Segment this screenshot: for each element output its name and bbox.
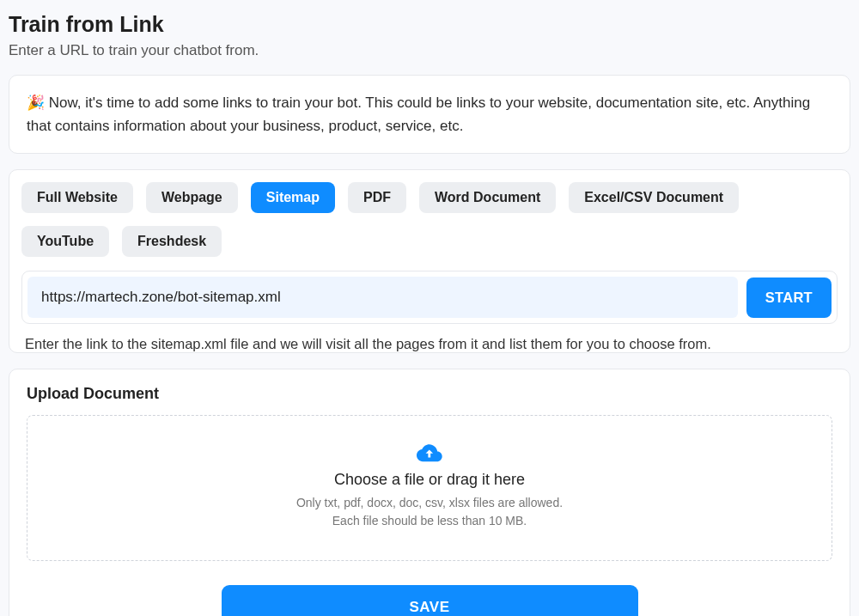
dropzone-title: Choose a file or drag it here [45,471,814,489]
tab-sitemap[interactable]: Sitemap [251,182,335,213]
dropzone-allowed-types: Only txt, pdf, docx, doc, csv, xlsx file… [45,494,814,511]
url-input[interactable] [27,277,738,318]
tab-word-document[interactable]: Word Document [419,182,556,213]
link-source-card: Full Website Webpage Sitemap PDF Word Do… [9,169,850,353]
cloud-upload-icon [45,443,814,464]
upload-dropzone[interactable]: Choose a file or drag it here Only txt, … [27,415,832,561]
dropzone-size-limit: Each file should be less than 10 MB. [45,512,814,529]
tab-full-website[interactable]: Full Website [21,182,133,213]
save-button[interactable]: SAVE [222,585,638,616]
tab-excel-csv-document[interactable]: Excel/CSV Document [569,182,739,213]
page-title: Train from Link [9,12,850,37]
tab-pdf[interactable]: PDF [348,182,406,213]
source-tabs: Full Website Webpage Sitemap PDF Word Do… [21,182,838,257]
tab-freshdesk[interactable]: Freshdesk [122,226,222,257]
party-emoji: 🎉 [27,95,45,111]
start-button[interactable]: START [746,278,832,318]
sitemap-hint: Enter the link to the sitemap.xml file a… [21,336,838,352]
upload-card: Upload Document Choose a file or drag it… [9,369,850,616]
info-card: 🎉 Now, it's time to add some links to tr… [9,75,850,154]
info-text: Now, it's time to add some links to trai… [27,95,810,134]
upload-heading: Upload Document [27,385,832,403]
tab-webpage[interactable]: Webpage [146,182,238,213]
page-subtitle: Enter a URL to train your chatbot from. [9,42,850,59]
tab-youtube[interactable]: YouTube [21,226,109,257]
url-input-row: START [21,271,838,324]
